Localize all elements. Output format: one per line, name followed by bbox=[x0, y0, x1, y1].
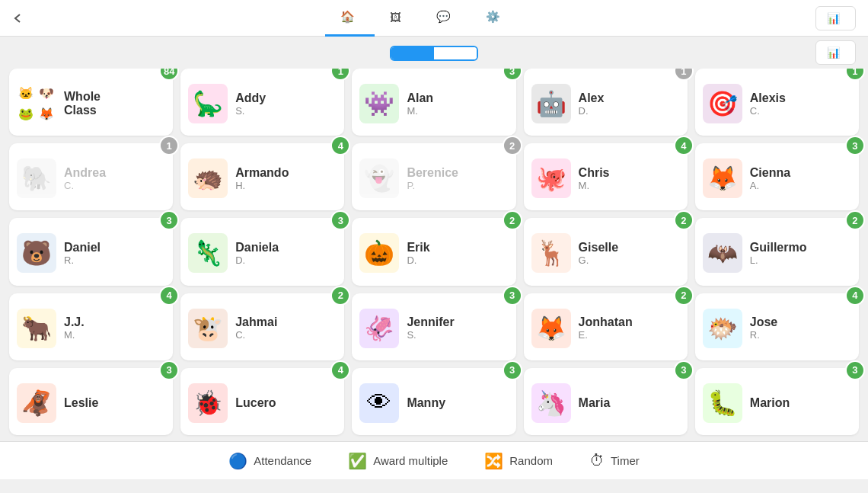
student-card-giselle[interactable]: 2🦌GiselleG. bbox=[524, 218, 688, 285]
reports-icon: 📊 bbox=[827, 12, 840, 24]
student-info-cienna: CiennaA. bbox=[750, 166, 790, 191]
student-last-daniela: D. bbox=[235, 255, 279, 266]
student-last-alex: D. bbox=[579, 105, 605, 117]
attendance-icon: 🔵 bbox=[228, 452, 247, 470]
badge-maria: 3 bbox=[674, 360, 694, 380]
student-info-whole-class: WholeClass bbox=[64, 90, 101, 117]
student-name-giselle: Giselle bbox=[579, 241, 618, 255]
bottom-item-award-multiple[interactable]: ✅Award multiple bbox=[348, 452, 448, 470]
badge-marion: 3 bbox=[845, 360, 865, 380]
student-info-maria: Maria bbox=[579, 396, 611, 410]
student-card-andrea[interactable]: 1🐘AndreaC. bbox=[9, 143, 173, 210]
student-card-jonhatan[interactable]: 2🦊JonhatanE. bbox=[524, 293, 688, 360]
bottom-item-random[interactable]: 🔀Random bbox=[484, 452, 553, 470]
settings-icon: ⚙️ bbox=[486, 10, 500, 24]
student-card-guillermo[interactable]: 2🦇GuillermoL. bbox=[695, 218, 859, 285]
badge-erik: 2 bbox=[503, 210, 522, 230]
avatar-whole-class: 🐱🐶🐸🦊 bbox=[17, 84, 56, 123]
student-card-alan[interactable]: 3👾AlanM. bbox=[352, 69, 515, 136]
student-card-jose[interactable]: 4🐡JoseR. bbox=[695, 293, 859, 360]
student-card-berenice[interactable]: 2👻BereniceP. bbox=[352, 143, 515, 210]
avatar-chris: 🐙 bbox=[531, 158, 571, 198]
student-name-maria: Maria bbox=[579, 396, 611, 410]
student-info-manny: Manny bbox=[407, 396, 445, 410]
groups-toggle[interactable] bbox=[434, 47, 477, 59]
student-card-maria[interactable]: 3🦄Maria bbox=[524, 368, 688, 435]
tab-messages[interactable]: 💬 bbox=[421, 0, 471, 37]
student-card-addy[interactable]: 1🦕AddyS. bbox=[180, 69, 344, 136]
avatar-alex: 🤖 bbox=[531, 84, 571, 123]
badge-jonhatan: 2 bbox=[674, 286, 694, 306]
attendance-label: Attendance bbox=[254, 454, 311, 467]
student-last-jose: R. bbox=[750, 329, 777, 341]
student-card-alex[interactable]: 1🤖AlexD. bbox=[524, 69, 688, 136]
student-info-alan: AlanM. bbox=[407, 91, 433, 117]
student-info-daniela: DanielaD. bbox=[235, 241, 279, 266]
student-name-jonhatan: Jonhatan bbox=[579, 315, 633, 329]
student-name-armando: Armando bbox=[235, 166, 289, 180]
student-info-jose: JoseR. bbox=[750, 315, 777, 341]
back-button[interactable] bbox=[12, 12, 29, 24]
avatar-marion: 🐛 bbox=[703, 383, 742, 423]
sub-nav: 📊 bbox=[0, 37, 868, 69]
avatar-cienna: 🦊 bbox=[703, 158, 742, 198]
top-nav: 🏠 🖼 💬 ⚙️ 📊 bbox=[0, 0, 868, 37]
student-card-marion[interactable]: 3🐛Marion bbox=[695, 368, 859, 435]
random-icon: 🔀 bbox=[484, 452, 503, 470]
student-card-cienna[interactable]: 3🦊CiennaA. bbox=[695, 143, 859, 210]
student-card-daniel[interactable]: 3🐻DanielR. bbox=[9, 218, 173, 285]
student-name-alexis: Alexis bbox=[750, 91, 786, 105]
student-last-chris: M. bbox=[579, 180, 610, 191]
avatar-jose: 🐡 bbox=[703, 309, 742, 348]
avatar-jj: 🐂 bbox=[17, 309, 56, 348]
students-toggle[interactable] bbox=[391, 47, 434, 59]
student-card-manny[interactable]: 3👁Manny bbox=[352, 368, 515, 435]
tab-class-story[interactable]: 🖼 bbox=[375, 0, 421, 37]
student-info-jennifer: JenniferS. bbox=[407, 315, 454, 341]
tab-classroom[interactable]: 🏠 bbox=[325, 0, 375, 37]
student-name-jahmai: Jahmai bbox=[235, 315, 277, 329]
student-card-daniela[interactable]: 3🦎DanielaD. bbox=[180, 218, 344, 285]
student-name-manny: Manny bbox=[407, 396, 445, 410]
badge-whole-class: 84 bbox=[159, 69, 179, 81]
badge-jennifer: 3 bbox=[503, 286, 522, 306]
student-name-marion: Marion bbox=[750, 396, 790, 410]
class-story-icon: 🖼 bbox=[390, 11, 401, 24]
student-card-lucero[interactable]: 4🐞Lucero bbox=[180, 368, 344, 435]
badge-alan: 3 bbox=[503, 69, 522, 81]
student-name-alex: Alex bbox=[579, 91, 605, 105]
tab-settings[interactable]: ⚙️ bbox=[471, 0, 520, 37]
avatar-daniel: 🐻 bbox=[17, 233, 56, 273]
badge-jahmai: 2 bbox=[330, 286, 350, 306]
messages-icon: 💬 bbox=[436, 10, 451, 24]
view-reports-button-right[interactable]: 📊 bbox=[815, 40, 856, 65]
student-name-chris: Chris bbox=[579, 166, 610, 180]
badge-daniel: 3 bbox=[159, 210, 179, 230]
badge-lucero: 4 bbox=[330, 360, 350, 380]
student-card-jj[interactable]: 4🐂J.J.M. bbox=[9, 293, 173, 360]
view-reports-button[interactable]: 📊 bbox=[815, 6, 856, 30]
timer-label: Timer bbox=[611, 454, 640, 467]
bottom-item-attendance[interactable]: 🔵Attendance bbox=[228, 452, 311, 470]
student-info-andrea: AndreaC. bbox=[64, 166, 106, 191]
student-last-berenice: P. bbox=[407, 180, 458, 191]
avatar-leslie: 🦧 bbox=[17, 383, 56, 423]
student-card-leslie[interactable]: 3🦧Leslie bbox=[9, 368, 173, 435]
student-card-alexis[interactable]: 1🎯AlexisC. bbox=[695, 69, 859, 136]
student-card-jahmai[interactable]: 2🐮JahmaiC. bbox=[180, 293, 344, 360]
student-card-armando[interactable]: 4🦔ArmandoH. bbox=[180, 143, 344, 210]
student-info-jahmai: JahmaiC. bbox=[235, 315, 277, 341]
bottom-item-timer[interactable]: ⏱Timer bbox=[589, 452, 640, 469]
student-card-jennifer[interactable]: 3🦑JenniferS. bbox=[352, 293, 515, 360]
student-card-chris[interactable]: 4🐙ChrisM. bbox=[524, 143, 688, 210]
student-name-daniel: Daniel bbox=[64, 241, 101, 255]
student-card-whole-class[interactable]: 84🐱🐶🐸🦊WholeClass bbox=[9, 69, 173, 136]
student-info-marion: Marion bbox=[750, 396, 790, 410]
student-info-jj: J.J.M. bbox=[64, 315, 85, 341]
avatar-manny: 👁 bbox=[359, 383, 399, 423]
student-card-erik[interactable]: 2🎃ErikD. bbox=[352, 218, 515, 285]
badge-guillermo: 2 bbox=[845, 210, 865, 230]
student-info-berenice: BereniceP. bbox=[407, 166, 458, 191]
student-name-leslie: Leslie bbox=[64, 396, 98, 410]
student-grid: 84🐱🐶🐸🦊WholeClass1🦕AddyS.3👾AlanM.1🤖AlexD.… bbox=[0, 69, 868, 441]
